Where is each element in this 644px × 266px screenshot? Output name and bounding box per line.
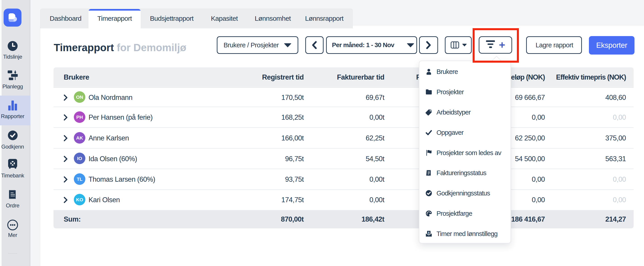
svg-text:$: $: [428, 231, 430, 235]
